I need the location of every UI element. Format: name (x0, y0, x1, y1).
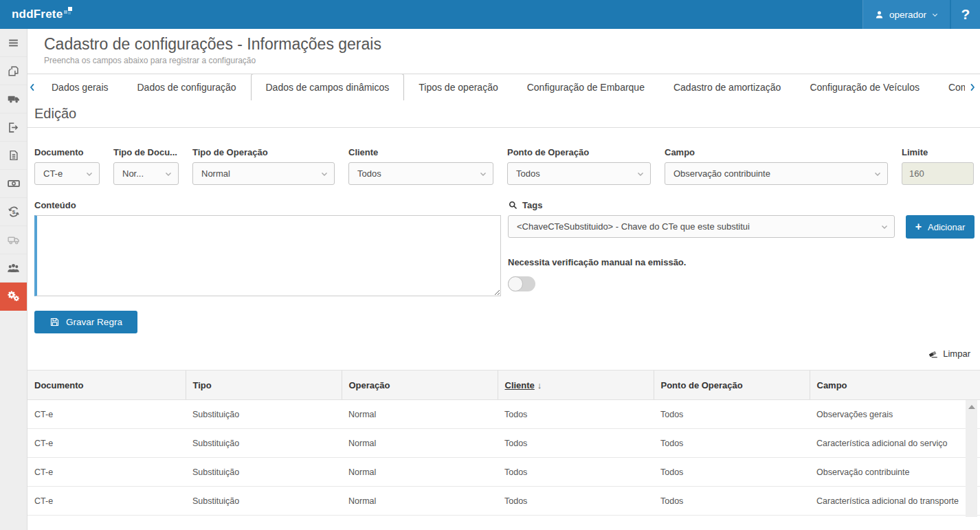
limite-input[interactable] (902, 162, 974, 185)
chevron-down-icon (636, 169, 645, 179)
tags-select[interactable]: <ChaveCTeSubstituido> - Chave do CTe que… (508, 215, 895, 238)
cell-campo: Observação contribuinte (810, 458, 980, 487)
cliente-select[interactable]: Todos (348, 162, 493, 185)
column-header-campo[interactable]: Campo (810, 371, 980, 400)
delivery-truck-icon (7, 233, 21, 247)
tabs-scroll-left-button[interactable] (27, 74, 37, 100)
tab-configuracao-de-embarque[interactable]: Configuração de Embarque (513, 74, 659, 100)
cell-operacao: Normal (342, 458, 498, 487)
topbar-spacer (73, 0, 862, 29)
help-button[interactable]: ? (951, 0, 980, 29)
ponto-operacao-label: Ponto de Operação (507, 147, 651, 157)
cell-ponto-de-operacao: Todos (654, 487, 810, 516)
sidebar-item-delivery[interactable] (0, 226, 27, 254)
cell-tipo: Substituição (186, 487, 342, 516)
cell-ponto-de-operacao: Todos (654, 458, 810, 487)
cell-ponto-de-operacao: Todos (654, 400, 810, 429)
main-content: Cadastro de configurações - Informações … (27, 29, 980, 530)
documento-select[interactable]: CT-e (34, 162, 100, 185)
tab-dados-gerais[interactable]: Dados gerais (37, 74, 123, 100)
table-row[interactable]: CT-e Substituição Normal Todos Todos Obs… (27, 458, 980, 487)
user-menu[interactable]: operador (863, 0, 950, 29)
column-header-operacao[interactable]: Operação (342, 371, 498, 400)
sidebar-item-finance[interactable]: $ (0, 198, 27, 226)
tabstrip: Dados gerais Dados de configuração Dados… (27, 74, 980, 100)
table-row[interactable]: CT-e Substituição Normal Todos Todos Car… (27, 487, 980, 516)
help-label: ? (961, 6, 970, 23)
chevron-down-icon (320, 169, 329, 179)
cell-cliente: Todos (498, 487, 654, 516)
verificacao-label: Necessita verificação manual na emissão. (508, 257, 975, 267)
column-header-documento[interactable]: Documento (27, 371, 186, 400)
sidebar-item-menu[interactable] (0, 29, 27, 57)
column-header-tipo[interactable]: Tipo (186, 371, 342, 400)
chevron-down-icon (85, 169, 94, 179)
plus-icon: + (915, 221, 922, 232)
tab-cadastro-de-amortizacao[interactable]: Cadastro de amortização (659, 74, 795, 100)
sidebar-item-fleet[interactable] (0, 85, 27, 113)
search-icon (508, 200, 518, 210)
sidebar-item-documents[interactable] (0, 57, 27, 85)
currency-sync-icon: $ (7, 205, 21, 219)
verificacao-toggle[interactable] (508, 276, 535, 291)
tab-dados-de-configuracao[interactable]: Dados de configuração (123, 74, 251, 100)
sidebar-item-settings[interactable] (0, 283, 27, 311)
chevron-down-icon (164, 169, 173, 179)
tags-label-row: Tags (508, 200, 975, 210)
topbar: nddFrete operador ? (0, 0, 980, 29)
table-row[interactable]: CT-e Substituição Normal Todos Todos Car… (27, 429, 980, 458)
sidebar-item-billing[interactable] (0, 170, 27, 198)
cell-tipo: Substituição (186, 429, 342, 458)
tab-tipos-de-operacao[interactable]: Tipos de operação (404, 74, 512, 100)
tab-dados-de-campos-dinamicos[interactable]: Dados de campos dinâmicos (251, 74, 405, 100)
tipo-documento-select[interactable]: Nor... (113, 162, 179, 185)
chevron-down-icon (873, 169, 882, 179)
adicionar-button[interactable]: + Adicionar (906, 215, 975, 239)
field-documento: Documento CT-e (34, 147, 100, 185)
gravar-regra-button[interactable]: Gravar Regra (34, 311, 137, 333)
chevron-down-icon (880, 222, 889, 232)
page-title: Cadastro de configurações - Informações … (44, 35, 969, 54)
banknote-icon (7, 177, 21, 190)
second-row: Conteúdo Tags <ChaveCTeSub (34, 200, 975, 299)
tipo-operacao-select[interactable]: Normal (192, 162, 335, 185)
cell-documento: CT-e (27, 429, 186, 458)
svg-text:$: $ (12, 209, 15, 215)
conteudo-textarea[interactable] (34, 215, 501, 296)
table-scrollbar[interactable] (966, 400, 977, 517)
field-cliente: Cliente Todos (348, 147, 493, 185)
gears-icon (6, 289, 21, 304)
scroll-up-icon (968, 405, 975, 409)
field-campo: Campo Observação contribuinte (665, 147, 888, 185)
tab-configuracao-de-veiculos[interactable]: Configuração de Veículos (795, 74, 934, 100)
campo-select[interactable]: Observação contribuinte (665, 162, 888, 185)
column-header-cliente[interactable]: Cliente↓ (498, 371, 654, 400)
table-row[interactable]: CT-e Substituição Normal Todos Todos Obs… (27, 400, 980, 429)
tabs-scroll-right-button[interactable] (965, 74, 980, 100)
eraser-icon (928, 349, 938, 358)
cell-tipo: Substituição (186, 400, 342, 429)
section-head: Edição (27, 106, 980, 128)
ponto-operacao-select[interactable]: Todos (507, 162, 651, 185)
cell-campo: Característica adicional do transporte (810, 487, 980, 516)
save-icon (49, 317, 60, 327)
limpar-button[interactable]: Limpar (928, 349, 970, 359)
cliente-label: Cliente (348, 147, 493, 157)
field-limite: Limite (902, 147, 974, 185)
sidebar-item-users[interactable] (0, 254, 27, 283)
field-conteudo: Conteúdo (34, 200, 501, 299)
campo-label: Campo (665, 147, 888, 157)
column-header-ponto-de-operacao[interactable]: Ponto de Operação (654, 371, 810, 400)
sidebar-item-report[interactable] (0, 142, 27, 170)
cell-tipo: Substituição (186, 458, 342, 487)
copy-icon (7, 65, 20, 78)
chevron-down-icon (931, 11, 939, 19)
tipo-operacao-label: Tipo de Operação (192, 147, 335, 157)
sidebar-item-export[interactable] (0, 113, 27, 142)
edit-section: Edição Documento CT-e Tipo de Docu... No… (27, 106, 980, 516)
truck-icon (7, 92, 21, 106)
chevron-down-icon (478, 169, 488, 179)
table-header-row: Documento Tipo Operação Cliente↓ Ponto d… (27, 371, 980, 400)
ndd-logo-mark-icon (64, 7, 73, 16)
cell-documento: CT-e (27, 458, 186, 487)
